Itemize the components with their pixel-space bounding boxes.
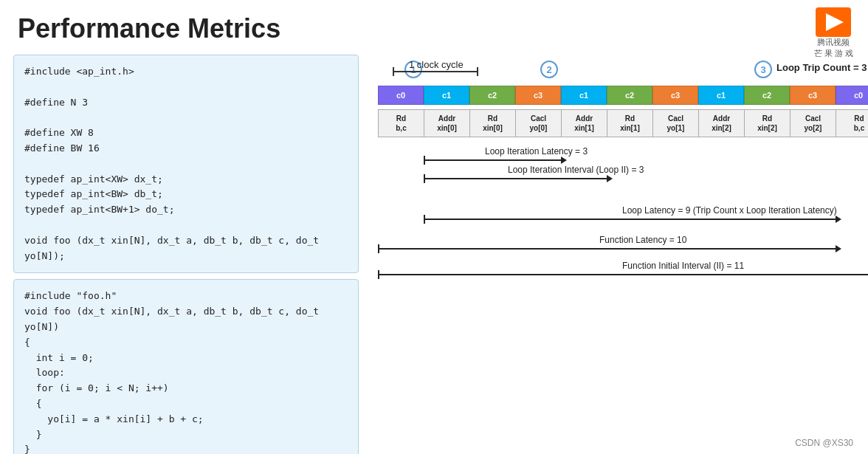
logo-brand: 腾讯视频	[817, 38, 850, 47]
timing-tick-left-1	[424, 174, 425, 183]
pipe-cell-1: c1	[424, 86, 469, 105]
op-col-5: Rd xin[1]	[607, 110, 653, 137]
timing-tick-left-2	[424, 215, 425, 224]
pipe-cell-8: c2	[744, 86, 790, 105]
page-title: Performance Metrics	[0, 0, 868, 52]
timing-label-4: Function Initial Interval (II) = 11	[622, 261, 744, 271]
left-panels: #include <ap_int.h> #define N 3 #define …	[13, 55, 359, 454]
code-panel-1: #include <ap_int.h> #define N 3 #define …	[13, 55, 359, 273]
timing-tick-left-4	[378, 270, 379, 279]
logo-icon	[816, 7, 851, 37]
op-header-9: Cacl yo[2]	[790, 110, 836, 137]
timing-tick-left-3	[378, 244, 379, 253]
op-table: Rd b,cAddr xin[0]Rd xin[0]Cacl yo[0]Addr…	[378, 109, 868, 137]
op-header-10: Rd b,c	[836, 110, 868, 137]
op-col-6: Cacl yo[1]	[653, 110, 699, 137]
timing-arrow-1	[607, 175, 613, 182]
timing-line-2	[424, 219, 836, 220]
pipe-cell-2: c2	[469, 86, 515, 105]
timing-tick-left-0	[424, 156, 425, 165]
timing-line-3	[378, 248, 836, 250]
pipe-cell-3: c3	[515, 86, 561, 105]
op-header-1: Addr xin[0]	[424, 110, 469, 137]
op-header-4: Addr xin[1]	[562, 110, 607, 137]
op-header-6: Cacl yo[1]	[653, 110, 698, 137]
timing-label-1: Loop Iteration Interval (Loop II) = 3	[508, 165, 644, 175]
right-tick	[477, 67, 478, 76]
code-panel-2: #include "foo.h" void foo (dx_t xin[N], …	[13, 279, 359, 454]
timing-label-0: Loop Iteration Latency = 3	[485, 146, 588, 157]
pipe-cell-5: c2	[607, 86, 652, 105]
clock-arrow-line	[393, 71, 478, 72]
circle-2: 2	[540, 61, 558, 78]
logo-area: 腾讯视频 芒 果 游 戏	[814, 7, 853, 60]
loop-trip-count: Loop Trip Count = 3	[776, 62, 867, 73]
timing-line-0	[424, 159, 561, 161]
timing-label-3: Function Latency = 10	[599, 235, 686, 245]
clock-cycle-label: 1 clock cycle	[409, 59, 464, 70]
timing-arrow-2	[836, 216, 841, 223]
op-header-2: Rd xin[0]	[470, 110, 515, 137]
op-col-4: Addr xin[1]	[562, 110, 607, 137]
timing-area: Loop Iteration Latency = 3Loop Iteration…	[378, 145, 868, 454]
pipe-cell-7: c1	[698, 86, 744, 105]
op-header-0: Rd b,c	[379, 110, 424, 137]
op-header-7: Addr xin[2]	[699, 110, 744, 137]
watermark: CSDN @XS30	[795, 438, 853, 448]
op-col-10: Rd b,c	[836, 110, 868, 137]
op-header-8: Rd xin[2]	[745, 110, 790, 137]
pipe-cell-10: c0	[836, 86, 868, 105]
timing-arrow-3	[836, 245, 841, 252]
op-col-3: Cacl yo[0]	[516, 110, 562, 137]
header-row: 1 1 clock cycle 2 3 Loop Trip Count = 3	[371, 55, 868, 84]
right-panel: 1 1 clock cycle 2 3 Loop Trip Count = 3 …	[371, 55, 868, 454]
timing-line-4	[378, 274, 868, 275]
left-tick	[393, 67, 394, 76]
op-header-3: Cacl yo[0]	[516, 110, 561, 137]
pipe-cell-0: c0	[378, 86, 424, 105]
pipe-cell-9: c3	[790, 86, 836, 105]
op-header-5: Rd xin[1]	[607, 110, 652, 137]
op-col-7: Addr xin[2]	[699, 110, 745, 137]
timing-arrow-0	[561, 157, 567, 164]
op-col-1: Addr xin[0]	[424, 110, 470, 137]
pipe-cell-6: c3	[652, 86, 698, 105]
pipeline-row: c0c1c2c3c1c2c3c1c2c3c0	[378, 86, 868, 105]
timing-line-1	[424, 178, 607, 179]
op-col-0: Rd b,c	[379, 110, 424, 137]
pipe-cell-4: c1	[561, 86, 607, 105]
timing-label-2: Loop Latency = 9 (Trip Count x Loop Iter…	[622, 205, 837, 216]
op-col-2: Rd xin[0]	[470, 110, 516, 137]
op-col-9: Cacl yo[2]	[790, 110, 836, 137]
op-col-8: Rd xin[2]	[745, 110, 790, 137]
circle-3: 3	[754, 61, 772, 78]
